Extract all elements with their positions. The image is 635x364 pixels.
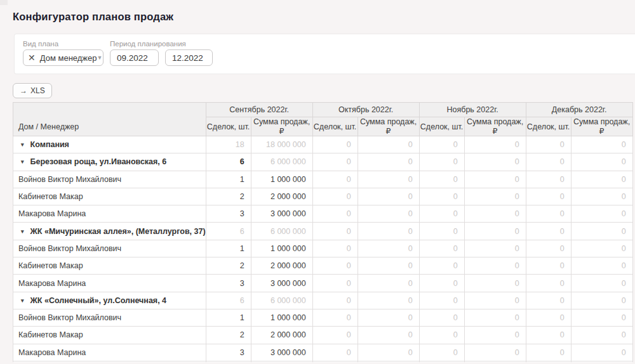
plan-cell[interactable]: 6 bbox=[206, 153, 251, 171]
plan-cell[interactable]: 1 bbox=[206, 309, 251, 326]
plan-cell[interactable]: 0 bbox=[312, 275, 358, 292]
plan-cell[interactable]: 0 bbox=[526, 275, 571, 292]
collapse-caret-icon[interactable]: ▾ bbox=[21, 141, 24, 148]
chevron-down-icon[interactable]: ▼ bbox=[97, 55, 103, 61]
plan-cell[interactable]: 0 bbox=[464, 136, 526, 153]
plan-cell[interactable]: 0 bbox=[464, 309, 526, 326]
plan-cell[interactable]: 0 bbox=[358, 153, 419, 171]
plan-cell[interactable]: 1 bbox=[206, 240, 251, 257]
plan-cell[interactable]: 18 bbox=[206, 136, 251, 153]
plan-cell[interactable]: 2 000 000 bbox=[251, 257, 312, 275]
plan-cell[interactable]: 2 bbox=[206, 188, 251, 205]
plan-cell[interactable]: 0 bbox=[419, 205, 464, 223]
plan-cell[interactable]: 0 bbox=[419, 171, 464, 188]
plan-cell[interactable]: 0 bbox=[571, 171, 632, 188]
plan-cell[interactable]: 1 bbox=[206, 171, 251, 188]
plan-cell[interactable]: 0 bbox=[358, 257, 419, 275]
plan-cell[interactable]: 0 bbox=[526, 136, 571, 153]
plan-cell[interactable]: 0 bbox=[419, 136, 464, 153]
export-xls-button[interactable]: → XLS bbox=[13, 83, 52, 98]
plan-cell[interactable]: 0 bbox=[464, 292, 526, 309]
group-row-name[interactable]: ▾ЖК «Мичуринская аллея», (Металлургов, 3… bbox=[13, 223, 206, 240]
plan-cell[interactable]: 2 bbox=[206, 327, 251, 344]
plan-cell[interactable]: 0 bbox=[312, 188, 358, 205]
plan-cell[interactable]: 0 bbox=[358, 327, 419, 344]
plan-cell[interactable]: 6 000 000 bbox=[251, 153, 312, 171]
plan-cell[interactable]: 0 bbox=[526, 171, 571, 188]
plan-cell[interactable]: 0 bbox=[526, 240, 571, 257]
plan-type-dropdown[interactable]: ✕ Дом менеджер ▼ bbox=[23, 49, 104, 66]
plan-cell[interactable]: 0 bbox=[464, 257, 526, 275]
plan-cell[interactable]: 0 bbox=[419, 153, 464, 171]
plan-cell[interactable]: 0 bbox=[526, 257, 571, 275]
plan-cell[interactable]: 0 bbox=[358, 309, 419, 326]
plan-cell[interactable]: 0 bbox=[419, 223, 464, 240]
group-row-name[interactable]: ▾ЖК «Солнечный», ул.Солнечная, 4 bbox=[13, 292, 206, 309]
plan-cell[interactable]: 0 bbox=[312, 171, 358, 188]
plan-cell[interactable]: 2 000 000 bbox=[251, 188, 312, 205]
plan-cell[interactable]: 0 bbox=[312, 344, 358, 361]
plan-cell[interactable]: 0 bbox=[571, 344, 632, 361]
plan-cell[interactable]: 0 bbox=[571, 153, 632, 171]
plan-cell[interactable]: 6 bbox=[206, 292, 251, 309]
plan-cell[interactable]: 0 bbox=[571, 205, 632, 223]
plan-cell[interactable]: 3 000 000 bbox=[251, 275, 312, 292]
plan-cell[interactable]: 0 bbox=[358, 171, 419, 188]
plan-cell[interactable]: 0 bbox=[526, 223, 571, 240]
plan-cell[interactable]: 3 bbox=[206, 275, 251, 292]
plan-cell[interactable]: 0 bbox=[571, 223, 632, 240]
plan-cell[interactable]: 6 000 000 bbox=[251, 292, 312, 309]
plan-cell[interactable]: 6 000 000 bbox=[251, 223, 312, 240]
plan-cell[interactable]: 0 bbox=[464, 188, 526, 205]
plan-cell[interactable]: 0 bbox=[464, 171, 526, 188]
plan-cell[interactable]: 0 bbox=[419, 188, 464, 205]
plan-cell[interactable]: 0 bbox=[526, 292, 571, 309]
collapse-caret-icon[interactable]: ▾ bbox=[21, 159, 24, 165]
plan-cell[interactable]: 0 bbox=[312, 136, 358, 153]
group-row-name[interactable]: ▾Березовая роща, ул.Ивановская, 6 bbox=[13, 153, 206, 171]
period-from-input[interactable] bbox=[110, 49, 159, 66]
group-row-name[interactable]: ▾Компания bbox=[13, 136, 206, 153]
plan-cell[interactable]: 0 bbox=[419, 240, 464, 257]
plan-cell[interactable]: 3 bbox=[206, 205, 251, 223]
plan-cell[interactable]: 0 bbox=[526, 309, 571, 326]
plan-cell[interactable]: 3 000 000 bbox=[251, 205, 312, 223]
plan-cell[interactable]: 0 bbox=[312, 327, 358, 344]
plan-cell[interactable]: 0 bbox=[571, 309, 632, 326]
plan-cell[interactable]: 0 bbox=[526, 327, 571, 344]
collapse-caret-icon[interactable]: ▾ bbox=[21, 228, 24, 235]
collapse-caret-icon[interactable]: ▾ bbox=[21, 297, 24, 304]
plan-cell[interactable]: 0 bbox=[419, 292, 464, 309]
plan-cell[interactable]: 1 000 000 bbox=[251, 171, 312, 188]
plan-cell[interactable]: 0 bbox=[526, 153, 571, 171]
plan-cell[interactable]: 0 bbox=[312, 257, 358, 275]
plan-cell[interactable]: 0 bbox=[358, 223, 419, 240]
plan-cell[interactable]: 0 bbox=[526, 205, 571, 223]
plan-cell[interactable]: 0 bbox=[419, 344, 464, 361]
plan-cell[interactable]: 0 bbox=[358, 292, 419, 309]
plan-cell[interactable]: 6 bbox=[206, 223, 251, 240]
plan-cell[interactable]: 0 bbox=[419, 309, 464, 326]
plan-cell[interactable]: 2 000 000 bbox=[251, 327, 312, 344]
plan-cell[interactable]: 0 bbox=[571, 240, 632, 257]
plan-cell[interactable]: 0 bbox=[464, 223, 526, 240]
plan-cell[interactable]: 0 bbox=[571, 327, 632, 344]
plan-cell[interactable]: 0 bbox=[464, 344, 526, 361]
plan-cell[interactable]: 1 000 000 bbox=[251, 240, 312, 257]
plan-cell[interactable]: 0 bbox=[358, 275, 419, 292]
plan-cell[interactable]: 0 bbox=[358, 205, 419, 223]
plan-cell[interactable]: 0 bbox=[312, 223, 358, 240]
plan-cell[interactable]: 1 000 000 bbox=[251, 309, 312, 326]
plan-cell[interactable]: 0 bbox=[571, 136, 632, 153]
plan-cell[interactable]: 0 bbox=[358, 344, 419, 361]
plan-cell[interactable]: 3 000 000 bbox=[251, 344, 312, 361]
plan-cell[interactable]: 0 bbox=[464, 327, 526, 344]
plan-cell[interactable]: 0 bbox=[312, 153, 358, 171]
plan-cell[interactable]: 18 000 000 bbox=[251, 136, 312, 153]
plan-cell[interactable]: 0 bbox=[464, 153, 526, 171]
plan-cell[interactable]: 0 bbox=[571, 275, 632, 292]
plan-cell[interactable]: 3 bbox=[206, 344, 251, 361]
plan-cell[interactable]: 0 bbox=[358, 136, 419, 153]
plan-cell[interactable]: 0 bbox=[526, 344, 571, 361]
plan-cell[interactable]: 0 bbox=[571, 188, 632, 205]
